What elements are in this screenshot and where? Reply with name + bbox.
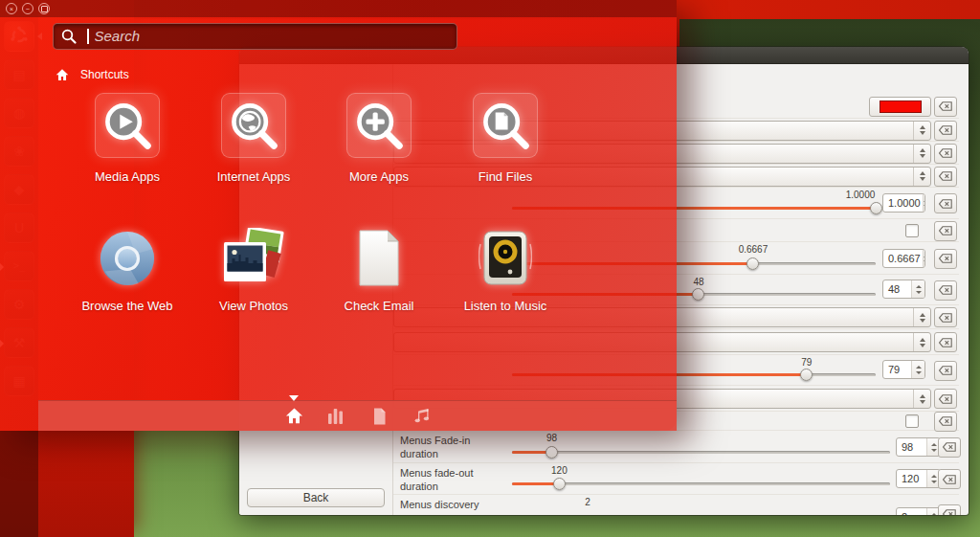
spinbox[interactable]: 120 (896, 469, 941, 488)
setting-label: Menus Fade-in duration (400, 435, 503, 461)
shortcut-more-apps[interactable] (346, 93, 412, 158)
spin-down-arrow[interactable] (924, 260, 925, 263)
reset-button[interactable] (934, 167, 957, 187)
spin-up-arrow[interactable] (916, 285, 922, 288)
lens-internet-apps-icon (228, 100, 279, 151)
slider-handle[interactable] (553, 478, 566, 490)
lens-tab-applications-lens[interactable] (323, 401, 347, 431)
reset-button[interactable] (934, 412, 957, 432)
spin-up-arrow[interactable] (931, 443, 937, 446)
app-label: View Photos (190, 299, 317, 313)
reset-button[interactable] (938, 469, 961, 489)
slider-handle[interactable] (800, 369, 813, 381)
checkbox[interactable] (905, 224, 919, 237)
spin-up-arrow[interactable] (924, 255, 925, 257)
up-arrow-icon (920, 148, 925, 152)
applications-lens-icon (326, 408, 345, 425)
slider-handle[interactable] (546, 446, 558, 459)
spinbox-value: 120 (897, 470, 926, 487)
spin-up-arrow[interactable] (924, 199, 925, 202)
back-button[interactable]: Back (247, 488, 385, 507)
color-picker-button[interactable] (869, 97, 931, 117)
minimize-icon[interactable]: − (22, 3, 33, 14)
reset-button[interactable] (934, 361, 957, 381)
photos-app-icon (220, 228, 287, 289)
app-label: Listen to Music (442, 299, 568, 313)
reset-button[interactable] (938, 437, 961, 458)
slider-value-label: 48 (670, 277, 727, 287)
search-bar[interactable] (53, 23, 457, 50)
reset-button[interactable] (934, 280, 957, 301)
slider-value-label: 79 (778, 357, 835, 368)
settings-row-menus-discovery: Menus discovery22 (393, 495, 959, 515)
spinbox-arrows[interactable] (923, 250, 925, 267)
spin-up-arrow[interactable] (916, 366, 922, 369)
slider-handle[interactable] (746, 257, 759, 270)
app-check-email[interactable] (347, 227, 411, 290)
app-view-photos[interactable] (222, 227, 285, 290)
reset-button[interactable] (938, 504, 961, 516)
slider-handle[interactable] (870, 202, 882, 214)
down-arrow-icon (920, 319, 925, 323)
reset-button[interactable] (934, 389, 957, 409)
music-app-icon (479, 229, 532, 288)
spinbox[interactable]: 98 (896, 437, 941, 457)
app-listen-to-music[interactable] (474, 227, 537, 290)
spin-down-arrow[interactable] (931, 481, 937, 483)
dropdown-arrows (913, 168, 930, 186)
shortcut-find-files[interactable] (473, 93, 538, 158)
spinbox[interactable]: 0.6667 (882, 249, 925, 268)
shortcut-internet-apps[interactable] (221, 93, 286, 158)
reset-button[interactable] (934, 307, 957, 327)
down-arrow-icon (920, 177, 925, 181)
close-icon[interactable]: × (6, 3, 17, 14)
spinbox-arrows[interactable] (923, 194, 925, 212)
spin-down-arrow[interactable] (916, 371, 922, 374)
spinbox[interactable]: 2 (896, 507, 941, 515)
spinbox[interactable]: 48 (882, 280, 925, 299)
slider-track[interactable] (512, 451, 890, 454)
spin-down-arrow[interactable] (924, 205, 925, 208)
spinbox-value: 79 (883, 361, 911, 378)
up-arrow-icon (920, 171, 925, 175)
slider-handle[interactable] (692, 288, 704, 301)
spinbox[interactable]: 79 (882, 360, 925, 379)
shortcut-media-apps[interactable] (95, 93, 160, 158)
lens-tab-files-lens[interactable] (367, 401, 391, 431)
app-label: Browse the Web (64, 299, 190, 313)
app-browse-the-web[interactable] (96, 227, 159, 290)
search-input[interactable] (89, 28, 457, 46)
menu-bar: ×− (0, 0, 677, 17)
reset-button[interactable] (934, 249, 957, 269)
spinbox[interactable]: 1.0000 (882, 193, 925, 213)
lens-tab-music-lens[interactable] (410, 401, 434, 431)
slider-track[interactable] (512, 482, 890, 485)
reset-button[interactable] (934, 121, 957, 141)
down-arrow-icon (920, 131, 925, 135)
reset-button[interactable] (934, 144, 957, 164)
reset-button[interactable] (934, 193, 957, 213)
down-arrow-icon (920, 154, 925, 158)
reset-button[interactable] (934, 332, 957, 352)
reset-button[interactable] (934, 97, 957, 117)
music-lens-icon (414, 408, 431, 424)
setting-label: Menus fade-out duration (400, 467, 503, 494)
spinbox-arrows[interactable] (911, 361, 924, 378)
color-swatch (880, 101, 922, 113)
spinbox-arrows[interactable] (911, 280, 924, 298)
up-arrow-icon (920, 394, 925, 398)
lens-more-apps-icon (353, 100, 405, 151)
lens-tab-home-lens[interactable] (281, 401, 306, 431)
shortcut-label: Media Apps (64, 169, 190, 184)
reset-button[interactable] (934, 221, 957, 241)
down-arrow-icon (920, 344, 925, 347)
search-icon (61, 29, 77, 44)
spin-down-arrow[interactable] (916, 291, 922, 294)
maximize-icon[interactable] (38, 3, 50, 14)
spin-down-arrow[interactable] (931, 449, 937, 452)
dash: ×− Shortcuts Media AppsInternet AppsMore… (0, 0, 677, 431)
spin-up-arrow[interactable] (931, 513, 937, 516)
lens-find-files-icon (479, 100, 531, 151)
spin-up-arrow[interactable] (931, 475, 937, 478)
checkbox[interactable] (905, 414, 919, 428)
